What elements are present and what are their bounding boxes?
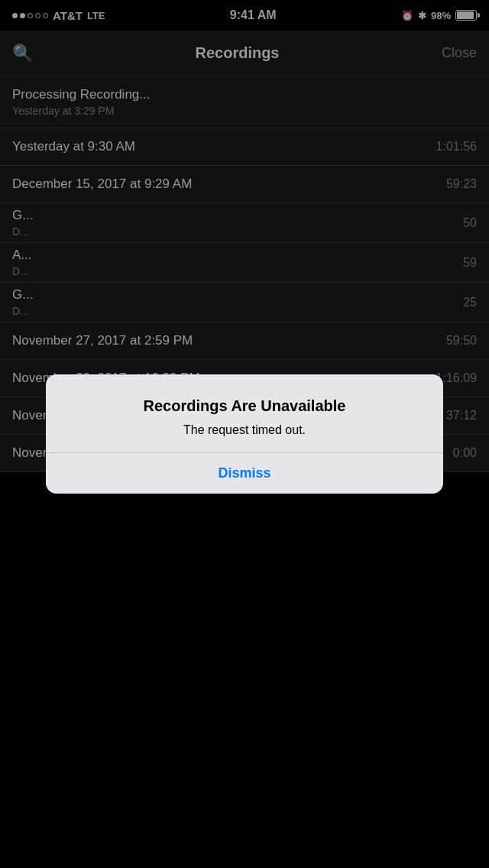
dismiss-button[interactable]: Dismiss [46,453,443,494]
modal-title: Recordings Are Unavailable [64,396,425,416]
modal-dialog: Recordings Are Unavailable The request t… [46,374,443,494]
modal-message: The request timed out. [64,423,425,437]
modal-content: Recordings Are Unavailable The request t… [46,374,443,452]
modal-overlay: Recordings Are Unavailable The request t… [0,0,489,868]
